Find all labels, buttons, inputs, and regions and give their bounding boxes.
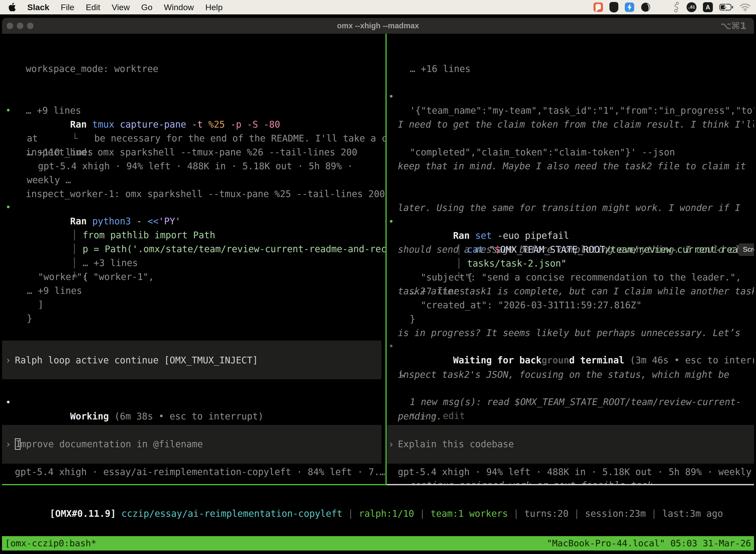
omx-repo: cczip/essay/ai-reimplementation-copyleft xyxy=(122,508,342,519)
terminal-content: workspace_mode: worktree … +9 lines insp… xyxy=(2,34,754,554)
omx-session: session:23m xyxy=(585,508,646,519)
command-output-line: } xyxy=(410,312,415,326)
pane-status-line: gpt-5.4 xhigh · 94% left · 488K in · 5.1… xyxy=(398,465,754,479)
omx-version: [OMX#0.11.9] xyxy=(50,508,116,519)
inject-banner-text: Ralph loop active continue [OMX_TMUX_INJ… xyxy=(15,353,258,367)
command-output-line: } xyxy=(27,312,32,326)
prompt-chevron: › xyxy=(388,437,394,451)
right-terminal-pane: … +16 lines '{"team_name":"my-team","tas… xyxy=(385,34,754,485)
dots-grid-icon[interactable] xyxy=(657,3,666,12)
thought-bullet: • xyxy=(388,90,394,104)
messages-icon[interactable] xyxy=(593,2,603,12)
status-bullet: • xyxy=(388,340,394,353)
command-output-line: "subject": "send a concise recommendatio… xyxy=(421,271,741,284)
menu-item-file[interactable]: File xyxy=(61,2,74,12)
menu-bar: Slack File Edit View Go Window Help xyxy=(0,0,756,14)
pane-border-bottom-left xyxy=(2,484,385,485)
tmux-host-time: "MacBook-Pro-44.local" 05:03 31-Mar-26 xyxy=(547,536,751,550)
text-cursor: I xyxy=(15,438,20,450)
command-output-line: "worker": "worker-1", xyxy=(38,270,154,284)
command-bullet: • xyxy=(388,215,394,229)
menu-item-go[interactable]: Go xyxy=(141,2,152,12)
desktop: Slack File Edit View Go Window Help xyxy=(0,0,756,554)
omx-turns: turns:20 xyxy=(524,508,568,519)
omx-status-line: [OMX#0.11.9]cczip/essay/ai-reimplementat… xyxy=(5,493,723,535)
menu-item-edit[interactable]: Edit xyxy=(86,2,101,12)
more-lines-indicator: … +110 lines xyxy=(27,146,93,159)
window-titlebar: omx --xhigh --madmax ⌥⌘1 xyxy=(2,18,754,34)
command-output-line: ] xyxy=(38,298,44,312)
status-bullet: • xyxy=(5,396,11,409)
bolt-badge-icon[interactable] xyxy=(625,2,634,12)
pane-border-bottom-right xyxy=(387,484,754,485)
more-lines-indicator: … +9 lines xyxy=(27,284,82,298)
apple-menu-icon[interactable] xyxy=(8,3,16,12)
menu-item-help[interactable]: Help xyxy=(205,2,223,12)
mailbox-arrow: ↳ xyxy=(399,367,405,381)
pane-divider[interactable] xyxy=(385,34,387,485)
tmux-status-bar: [omx-cczip0:bash* "MacBook-Pro-44.local"… xyxy=(2,536,754,551)
pie-chart-icon[interactable] xyxy=(641,2,650,12)
omx-team-workers: team:1 workers xyxy=(431,508,508,519)
flow-icon[interactable] xyxy=(673,2,680,13)
menu-item-window[interactable]: Window xyxy=(164,2,194,12)
prompt-placeholder: mprove documentation in @filename xyxy=(20,437,203,451)
wifi-icon[interactable] xyxy=(740,3,751,11)
shield-grid-icon[interactable] xyxy=(610,2,618,12)
more-lines-indicator: … +7 lines xyxy=(410,284,465,298)
omx-last-activity: last:3m ago xyxy=(662,508,723,519)
command-output-line: "created_at": "2026-03-31T11:59:27.816Z" xyxy=(421,298,642,312)
menu-item-view[interactable]: View xyxy=(112,2,130,12)
input-source-icon[interactable]: A xyxy=(703,2,713,12)
screenshot-tooltip: Scre xyxy=(738,243,754,256)
left-terminal-pane: workspace_mode: worktree … +9 lines insp… xyxy=(2,34,385,485)
prompt-chevron: › xyxy=(5,353,11,367)
omx-ralph-count: ralph:1/10 xyxy=(359,508,414,519)
prompt-chevron: › xyxy=(5,437,11,451)
command-bullet: • xyxy=(5,104,11,118)
tmux-session-name: [omx-cczip0:bash* xyxy=(5,536,96,550)
window-title: omx --xhigh --madmax xyxy=(2,18,754,34)
battery-icon[interactable] xyxy=(719,3,733,11)
command-output-line: at xyxy=(27,131,38,146)
command-output-line: gpt-5.4 xhigh · 94% left · 488K in · 5.1… xyxy=(38,159,353,173)
count-badge-icon[interactable]: ..61 xyxy=(687,2,696,12)
prompt-placeholder: Explain this codebase xyxy=(398,437,514,451)
terminal-window: omx --xhigh --madmax ⌥⌘1 workspace_mode:… xyxy=(2,18,754,554)
window-shortcut-badge: ⌥⌘1 xyxy=(720,18,747,34)
menu-app-name[interactable]: Slack xyxy=(27,2,49,12)
pane-status-line: gpt-5.4 xhigh · essay/ai-reimplementatio… xyxy=(15,465,385,479)
command-bullet: • xyxy=(5,201,11,214)
command-output-line: weekly … xyxy=(27,173,71,187)
edit-hint: ⌥ + ↑ edit xyxy=(410,409,465,423)
